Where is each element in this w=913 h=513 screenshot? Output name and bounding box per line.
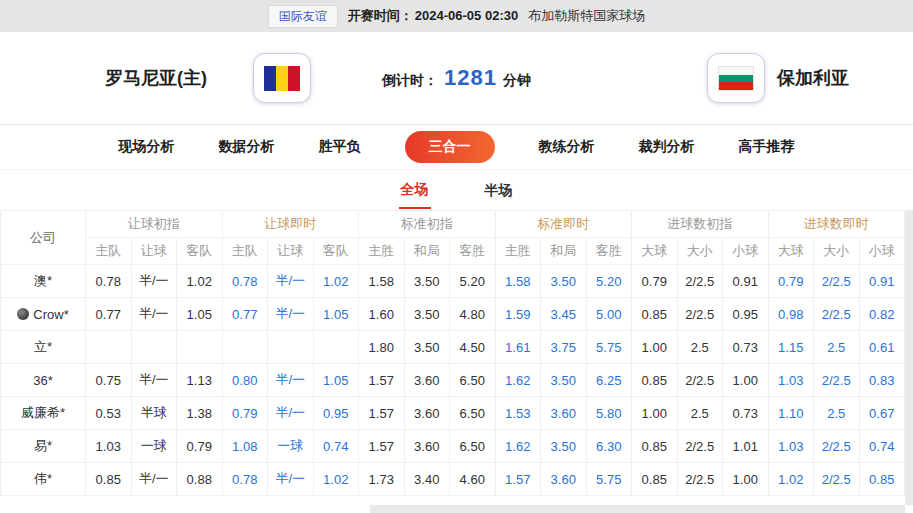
subtab[interactable]: 半场: [483, 172, 515, 208]
odds-cell: 半/一: [268, 265, 314, 298]
sub-column-header: 主队: [222, 238, 268, 265]
odds-cell: 2/2.5: [677, 463, 723, 496]
odds-cell: 5.75: [586, 463, 632, 496]
away-team-name: 保加利亚: [777, 66, 849, 90]
odds-cell: 1.13: [177, 364, 223, 397]
away-team-flag: [707, 53, 765, 103]
company-logo-icon: [17, 308, 29, 320]
nav-tab[interactable]: 现场分析: [119, 138, 175, 156]
odds-cell: 1.00: [723, 364, 769, 397]
kickoff-time: 开赛时间：2024-06-05 02:30: [348, 7, 518, 25]
odds-cell: 3.50: [404, 265, 450, 298]
odds-cell: 2.5: [677, 331, 723, 364]
odds-cell: 半/一: [268, 298, 314, 331]
odds-cell: 0.91: [723, 265, 769, 298]
odds-cell: 半/一: [268, 463, 314, 496]
odds-cell: 6.50: [450, 364, 496, 397]
company-name[interactable]: 威廉希*: [1, 397, 86, 430]
odds-cell: 1.03: [768, 430, 814, 463]
odds-cell: 1.02: [313, 463, 359, 496]
odds-cell: 0.74: [313, 430, 359, 463]
odds-cell: 半/一: [131, 463, 177, 496]
odds-cell: 1.01: [723, 430, 769, 463]
nav-tab[interactable]: 数据分析: [219, 138, 275, 156]
company-name[interactable]: 立*: [1, 331, 86, 364]
odds-cell: 0.85: [632, 298, 678, 331]
nav-tab[interactable]: 三合一: [405, 131, 495, 163]
venue-name: 布加勒斯特国家球场: [528, 7, 645, 25]
odds-cell: 半/一: [131, 364, 177, 397]
sub-column-header: 和局: [541, 238, 587, 265]
company-name[interactable]: Crow*: [1, 298, 86, 331]
odds-cell: 0.53: [86, 397, 132, 430]
odds-cell: 1.57: [359, 430, 405, 463]
odds-cell: 1.58: [495, 265, 541, 298]
nav-tab[interactable]: 教练分析: [539, 138, 595, 156]
odds-cell: 3.60: [404, 364, 450, 397]
odds-cell: 0.78: [86, 265, 132, 298]
odds-row: 36*0.75半/一1.130.80半/一1.051.573.606.501.6…: [1, 364, 905, 397]
odds-cell: 3.50: [541, 265, 587, 298]
odds-row: Crow*0.77半/一1.050.77半/一1.051.603.504.801…: [1, 298, 905, 331]
sub-column-header: 让球: [131, 238, 177, 265]
odds-cell: 4.50: [450, 331, 496, 364]
odds-cell: [177, 331, 223, 364]
odds-cell: 3.60: [404, 430, 450, 463]
odds-cell: [313, 331, 359, 364]
odds-cell: 2/2.5: [814, 364, 860, 397]
odds-cell: 0.83: [859, 364, 905, 397]
odds-row: 澳*0.78半/一1.020.78半/一1.021.583.505.201.58…: [1, 265, 905, 298]
odds-cell: 5.00: [586, 298, 632, 331]
odds-cell: 0.85: [632, 364, 678, 397]
company-name[interactable]: 伟*: [1, 463, 86, 496]
countdown-unit: 分钟: [503, 72, 531, 90]
sub-column-header: 大小: [677, 238, 723, 265]
horizontal-scrollbar[interactable]: [370, 505, 905, 513]
sub-column-header: 小球: [859, 238, 905, 265]
odds-cell: 1.08: [222, 430, 268, 463]
odds-cell: 0.82: [859, 298, 905, 331]
company-column-header: 公司: [1, 211, 86, 265]
league-badge[interactable]: 国际友谊: [268, 5, 338, 28]
subtab[interactable]: 全场: [399, 171, 431, 209]
vertical-scrollbar[interactable]: [905, 210, 913, 505]
odds-row: 立*1.803.504.501.613.755.751.002.50.731.1…: [1, 331, 905, 364]
countdown: 倒计时： 1281 分钟: [382, 65, 531, 91]
odds-cell: 3.40: [404, 463, 450, 496]
odds-cell: 1.57: [495, 463, 541, 496]
sub-column-header: 主胜: [359, 238, 405, 265]
odds-cell: 3.75: [541, 331, 587, 364]
home-team-flag: [253, 53, 311, 103]
odds-cell: 0.88: [177, 463, 223, 496]
sub-column-header: 客胜: [450, 238, 496, 265]
odds-cell: 5.80: [586, 397, 632, 430]
odds-cell: 0.73: [723, 331, 769, 364]
odds-cell: 一球: [131, 430, 177, 463]
odds-cell: 1.05: [177, 298, 223, 331]
odds-cell: 1.58: [359, 265, 405, 298]
countdown-label: 倒计时：: [382, 72, 438, 90]
odds-cell: 0.80: [222, 364, 268, 397]
nav-tab[interactable]: 高手推荐: [739, 138, 795, 156]
nav-tab[interactable]: 胜平负: [319, 138, 361, 156]
sub-column-header: 大球: [768, 238, 814, 265]
odds-cell: 半/一: [268, 364, 314, 397]
odds-cell: 2/2.5: [677, 430, 723, 463]
odds-cell: 3.50: [541, 430, 587, 463]
odds-cell: 1.03: [86, 430, 132, 463]
odds-cell: 2/2.5: [814, 298, 860, 331]
home-team-name: 罗马尼亚(主): [105, 66, 207, 90]
company-name[interactable]: 36*: [1, 364, 86, 397]
nav-tab[interactable]: 裁判分析: [639, 138, 695, 156]
odds-cell: 0.78: [222, 463, 268, 496]
odds-cell: 3.60: [541, 397, 587, 430]
sub-column-header: 让球: [268, 238, 314, 265]
company-name[interactable]: 澳*: [1, 265, 86, 298]
odds-cell: 0.85: [86, 463, 132, 496]
odds-cell: 1.15: [768, 331, 814, 364]
odds-cell: 0.79: [222, 397, 268, 430]
company-name[interactable]: 易*: [1, 430, 86, 463]
odds-cell: 1.02: [768, 463, 814, 496]
group-header: 进球数即时: [768, 211, 905, 238]
odds-cell: 1.80: [359, 331, 405, 364]
